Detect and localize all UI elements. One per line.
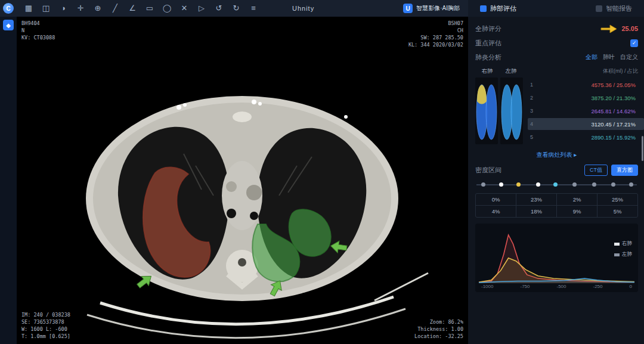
- focus-row: 重点评估 ✓: [475, 36, 638, 50]
- brand: U 智慧影像·AI胸部: [403, 4, 460, 13]
- dicom-overlay-top-right: BSH07CHSW: 287 285.50KL: 344 2020/03/02: [408, 20, 463, 49]
- overlay-line: N: [21, 27, 55, 35]
- slider-dot[interactable]: [572, 182, 577, 187]
- window-level-icon[interactable]: ◑: [57, 2, 69, 14]
- lung-assessment-icon: [480, 5, 487, 12]
- percent-cell: 23%: [516, 194, 557, 205]
- lung-thumbnail-left[interactable]: [500, 78, 523, 144]
- lobe-index: 2: [530, 95, 537, 101]
- app-logo-icon[interactable]: C: [3, 3, 14, 14]
- ct-value-button[interactable]: CT值: [584, 165, 608, 176]
- density-buttons: CT值 直方图: [584, 165, 638, 176]
- filter-option[interactable]: 全部: [586, 53, 597, 61]
- panel-scrollbar[interactable]: [642, 136, 643, 161]
- histogram-x-tick: -500: [556, 284, 566, 289]
- slider-dot[interactable]: [499, 182, 503, 187]
- filter-row: 肺炎分析 全部肺叶自定义: [475, 50, 638, 64]
- pan-icon[interactable]: ✛: [75, 2, 86, 14]
- filter-label: 肺炎分析: [475, 53, 501, 62]
- lobe-row[interactable]: 23875.20 / 21.30%: [528, 92, 638, 104]
- percent-cell: 0%: [476, 194, 516, 205]
- lung-thumbnails: [475, 78, 523, 144]
- lobe-row[interactable]: 32645.81 / 14.62%: [528, 105, 638, 117]
- measure-line-icon[interactable]: ╱: [109, 2, 121, 14]
- delete-annotation-icon[interactable]: ✕: [178, 2, 190, 14]
- lobe-value: 2890.15 / 15.92%: [592, 134, 636, 141]
- percent-row: 4%18%9%5%: [476, 206, 637, 217]
- slider-dot[interactable]: [481, 182, 485, 187]
- slider-dot[interactable]: [536, 182, 540, 187]
- legend-item: 左肺: [614, 251, 632, 258]
- overlay-line: CH: [408, 27, 463, 35]
- filter-options: 全部肺叶自定义: [586, 53, 638, 61]
- overlay-line: BSH07: [408, 20, 463, 27]
- brand-text: 智慧影像·AI胸部: [416, 4, 460, 13]
- dicom-overlay-bottom-right: Zoom: 86.2%Thickness: 1.00Location: -32.…: [414, 319, 463, 340]
- dicom-overlay-top-left: BH9404NKV: CT03088: [21, 20, 55, 42]
- lobe-index: 5: [530, 134, 537, 140]
- tab-lung-assessment[interactable]: 肺部评估: [480, 4, 516, 13]
- roi-ellipse-icon[interactable]: ◯: [161, 2, 173, 14]
- lobe-index: 3: [530, 108, 537, 114]
- overlay-line: IM: 240 / 038238: [21, 312, 70, 319]
- histogram-x-tick: -250: [593, 284, 603, 289]
- slider-dot[interactable]: [516, 182, 521, 187]
- overlay-line: Zoom: 86.2%: [414, 319, 463, 326]
- histogram-x-tick: -1000: [481, 284, 493, 289]
- cine-play-icon[interactable]: ▷: [196, 2, 208, 14]
- sidebar-app-icon[interactable]: ◆: [3, 20, 14, 30]
- histogram-x-tick: -750: [520, 284, 530, 289]
- app-logo-cell: C: [0, 0, 17, 17]
- smart-report-icon: [596, 5, 602, 12]
- focus-checkbox[interactable]: ✓: [630, 39, 638, 47]
- filter-option[interactable]: 肺叶: [603, 53, 615, 61]
- left-sidebar: ◆: [0, 17, 17, 344]
- percent-row: 0%23%2%25%: [476, 194, 637, 206]
- undo-icon[interactable]: ↺: [213, 2, 225, 14]
- analysis-panel: 全肺评分 25.05 重点评估 ✓ 肺炎分析 全部肺叶自定义 右肺 左肺 体积(…: [468, 17, 644, 344]
- lobe-row[interactable]: 14575.36 / 25.05%: [528, 79, 638, 91]
- percent-cell: 25%: [597, 194, 637, 205]
- slider-dot[interactable]: [629, 182, 633, 187]
- legend-label: 左肺: [622, 251, 632, 258]
- tab-lung-assessment-label: 肺部评估: [490, 4, 516, 13]
- ct-viewer[interactable]: BH9404NKV: CT03088 BSH07CHSW: 287 285.50…: [17, 17, 468, 344]
- slider-dot[interactable]: [592, 182, 596, 187]
- lung-thumbnail-right[interactable]: [475, 78, 498, 144]
- lobe-index: 1: [530, 82, 537, 88]
- slider-dot[interactable]: [611, 182, 615, 187]
- more-lesions-link[interactable]: 查看病灶列表 ▸: [475, 149, 638, 161]
- overlay-line: SE: 7365373878: [21, 319, 70, 326]
- lobe-list: 14575.36 / 25.05%23875.20 / 21.30%32645.…: [528, 78, 638, 144]
- tab-smart-report[interactable]: 智能报告: [596, 4, 632, 13]
- lobe-row[interactable]: 52890.15 / 15.92%: [528, 131, 638, 143]
- thumb-label-left-lung: 左肺: [499, 67, 523, 75]
- filter-option[interactable]: 自定义: [620, 53, 638, 61]
- toolbar-tools: ▦◫◑✛⊕╱∠▭◯✕▷↺↻≡: [17, 2, 259, 14]
- focus-label: 重点评估: [475, 39, 501, 48]
- lobe-row[interactable]: 43120.45 / 17.21%: [528, 118, 644, 130]
- measure-angle-icon[interactable]: ∠: [126, 2, 138, 14]
- thumb-label-right-lung: 右肺: [475, 67, 499, 75]
- histogram-x-tick: 0: [630, 284, 632, 289]
- histogram-plot: [479, 228, 634, 283]
- zoom-icon[interactable]: ⊕: [92, 2, 104, 14]
- overlay-line: SW: 287 285.50: [408, 35, 463, 42]
- score-value: 25.05: [621, 25, 638, 32]
- density-range-slider[interactable]: [476, 180, 637, 190]
- roi-rect-icon[interactable]: ▭: [144, 2, 156, 14]
- overlay-line: W: 1600 L: -600: [21, 326, 70, 333]
- score-row: 全肺评分 25.05: [475, 21, 638, 36]
- lobe-value: 2645.81 / 14.62%: [592, 108, 636, 114]
- slider-dot[interactable]: [553, 182, 558, 187]
- layout-grid-icon[interactable]: ▦: [23, 2, 35, 14]
- percent-cell: 18%: [516, 206, 557, 217]
- more-tools-icon[interactable]: ≡: [247, 2, 259, 14]
- histogram-button[interactable]: 直方图: [611, 165, 638, 176]
- tab-smart-report-label: 智能报告: [606, 4, 632, 13]
- overlay-line: Location: -32.25: [414, 333, 463, 340]
- redo-icon[interactable]: ↻: [230, 2, 242, 14]
- ct-axial-image: [17, 17, 468, 344]
- brand-logo-icon: U: [403, 4, 413, 13]
- series-compare-icon[interactable]: ◫: [40, 2, 52, 14]
